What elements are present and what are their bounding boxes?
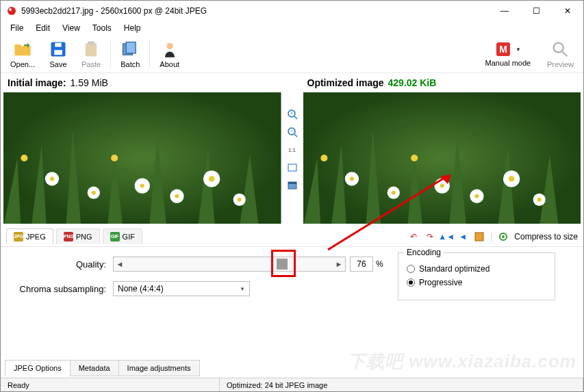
slider-thumb[interactable] bbox=[277, 259, 288, 270]
initial-panel: Initial image: 1.59 MiB bbox=[1, 73, 284, 226]
zoom-fit-button[interactable] bbox=[286, 161, 299, 174]
maximize-button[interactable]: ☐ bbox=[520, 1, 552, 21]
zoom-actual-button[interactable]: 1:1 bbox=[286, 144, 299, 156]
rotate-right-button[interactable]: ↷ bbox=[424, 231, 435, 242]
folder-open-icon bbox=[13, 40, 32, 59]
svg-point-50 bbox=[537, 198, 541, 202]
svg-rect-4 bbox=[55, 42, 61, 47]
initial-size: 1.59 MiB bbox=[71, 77, 108, 88]
manual-mode-label: Manual mode bbox=[485, 59, 531, 67]
svg-point-22 bbox=[175, 194, 179, 198]
about-label: About bbox=[160, 60, 179, 68]
initial-image[interactable] bbox=[3, 92, 281, 224]
paste-icon bbox=[81, 40, 101, 59]
tab-jpeg[interactable]: JPGJPEG bbox=[6, 228, 53, 244]
open-label: Open... bbox=[10, 60, 35, 68]
save-label: Save bbox=[50, 60, 67, 68]
compress-to-size-button[interactable]: Compress to size bbox=[514, 232, 578, 241]
rotate-left-button[interactable]: ↶ bbox=[408, 231, 419, 242]
statusbar: Ready Optimized: 24 bit JPEG image bbox=[1, 378, 583, 391]
slider-decrement[interactable]: ◄ bbox=[114, 260, 126, 268]
photo-optimized bbox=[303, 92, 581, 224]
tab-jpeg-options[interactable]: JPEG Options bbox=[5, 360, 71, 376]
tab-image-adjustments[interactable]: Image adjustments bbox=[118, 360, 200, 376]
tab-metadata[interactable]: Metadata bbox=[70, 360, 119, 376]
svg-point-57 bbox=[502, 235, 505, 238]
initial-label: Initial image: bbox=[8, 77, 66, 88]
svg-rect-8 bbox=[126, 42, 136, 53]
close-button[interactable]: ✕ bbox=[552, 1, 583, 21]
png-icon: PNG bbox=[64, 232, 73, 241]
zoom-in-button[interactable]: + bbox=[286, 108, 299, 120]
flip-horizontal-button[interactable]: ▲◄ bbox=[441, 231, 452, 242]
svg-point-12 bbox=[554, 42, 563, 52]
svg-point-51 bbox=[320, 155, 327, 161]
radio-standard[interactable]: Standard optimized bbox=[407, 264, 546, 274]
resize-button[interactable] bbox=[474, 231, 485, 242]
tab-gif[interactable]: GIFGIF bbox=[103, 228, 142, 244]
optimized-image[interactable] bbox=[303, 92, 581, 224]
paste-label: Paste bbox=[81, 60, 101, 68]
svg-line-33 bbox=[294, 134, 297, 137]
flip-vertical-button[interactable]: ◄ bbox=[457, 231, 468, 242]
preview-button: Preview bbox=[542, 38, 579, 70]
status-optimized: Optimized: 24 bit JPEG image bbox=[220, 378, 583, 391]
compress-icon bbox=[498, 231, 509, 242]
batch-button[interactable]: Batch bbox=[115, 38, 145, 70]
quality-slider[interactable]: ◄ ► bbox=[113, 257, 346, 272]
minimize-button[interactable]: — bbox=[489, 1, 520, 21]
svg-point-27 bbox=[21, 155, 27, 161]
zoom-out-button[interactable]: − bbox=[286, 126, 299, 138]
encoding-group: Encoding Standard optimized Progressive bbox=[398, 252, 555, 300]
quality-input[interactable] bbox=[350, 257, 373, 272]
menu-tools[interactable]: Tools bbox=[87, 22, 117, 34]
save-button[interactable]: Save bbox=[43, 38, 73, 70]
zoom-tools: + − 1:1 bbox=[284, 73, 301, 226]
menu-view[interactable]: View bbox=[57, 22, 86, 34]
optimized-size: 429.02 KiB bbox=[388, 77, 437, 88]
preview-icon bbox=[550, 40, 570, 59]
fit-icon bbox=[288, 164, 297, 172]
resize-icon bbox=[474, 232, 484, 241]
svg-point-40 bbox=[349, 177, 353, 181]
chroma-select[interactable]: None (4:4:4) ▼ bbox=[113, 281, 250, 296]
tab-png[interactable]: PNGPNG bbox=[56, 228, 100, 244]
preview-label: Preview bbox=[547, 60, 574, 68]
menu-help[interactable]: Help bbox=[118, 22, 147, 34]
status-ready: Ready bbox=[1, 378, 220, 391]
radio-progressive[interactable]: Progressive bbox=[407, 278, 546, 287]
about-button[interactable]: About bbox=[154, 38, 185, 70]
chroma-value: None (4:4:4) bbox=[118, 284, 164, 293]
titlebar: 5993ecb2dd217.jpg - 2560x1600 px @ 24bit… bbox=[1, 1, 583, 21]
svg-line-30 bbox=[294, 116, 297, 119]
svg-point-26 bbox=[238, 198, 242, 202]
svg-text:−: − bbox=[290, 129, 292, 133]
chevron-down-icon: ▼ bbox=[240, 286, 245, 292]
chevron-down-icon: ▼ bbox=[516, 47, 521, 53]
zoom-in-icon: + bbox=[287, 109, 298, 120]
zoom-window-button[interactable] bbox=[286, 179, 299, 192]
menu-edit[interactable]: Edit bbox=[30, 22, 55, 34]
svg-text:M: M bbox=[499, 44, 507, 55]
slider-increment[interactable]: ► bbox=[333, 260, 345, 268]
open-button[interactable]: Open... bbox=[5, 38, 40, 70]
window-icon bbox=[288, 181, 297, 190]
menu-file[interactable]: File bbox=[5, 22, 29, 34]
manual-mode-button[interactable]: M ▼ Manual mode bbox=[477, 40, 539, 68]
svg-point-52 bbox=[411, 155, 418, 161]
toolbar-separator bbox=[149, 40, 150, 68]
batch-icon bbox=[120, 40, 140, 59]
photo-initial bbox=[3, 92, 281, 224]
svg-rect-5 bbox=[86, 42, 97, 56]
manual-mode-icon: M bbox=[495, 41, 511, 57]
svg-rect-6 bbox=[88, 41, 94, 44]
menubar: File Edit View Tools Help bbox=[1, 21, 583, 35]
svg-text:+: + bbox=[290, 111, 292, 116]
zoom-out-icon: − bbox=[287, 127, 298, 138]
watermark: 下载吧 www.xiazaiba.com bbox=[348, 350, 576, 374]
percent-label: % bbox=[376, 259, 383, 269]
svg-point-28 bbox=[111, 155, 118, 161]
format-tabs: JPGJPEG PNGPNG GIFGIF ↶ ↷ ▲◄ ◄ | Compres… bbox=[1, 226, 583, 247]
toolbar-separator bbox=[110, 40, 111, 68]
options-panel: Quality: ◄ ► % Chroma subsampling: None … bbox=[1, 247, 583, 310]
